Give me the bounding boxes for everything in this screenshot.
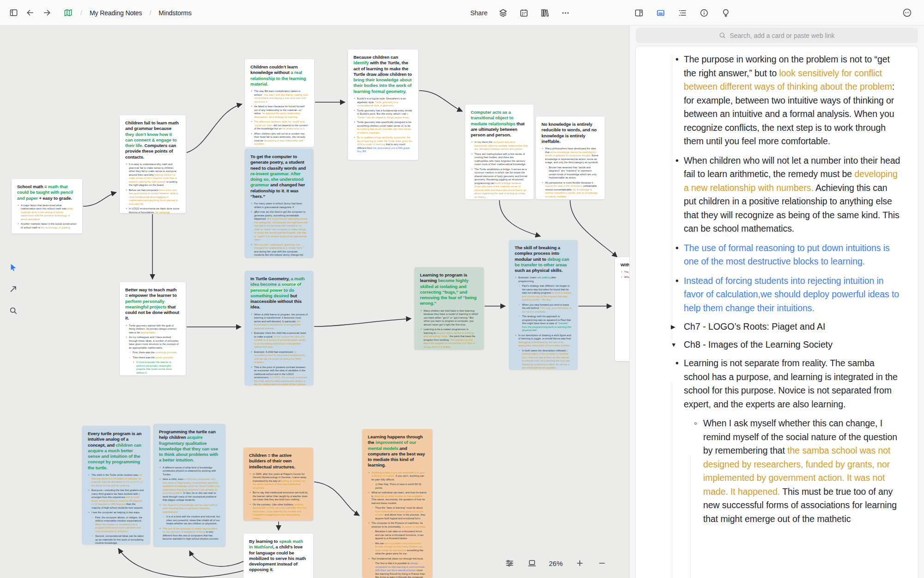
breadcrumb-current[interactable]: Mindstorms [158,9,191,17]
share-button[interactable]: Share [470,9,487,17]
text-segment: As my colleagues and I have worked throu… [129,336,179,349]
outline-section-collapsed[interactable]: ▶Ch7 - LOGO’s Roots: Piaget and AI [636,320,901,333]
lightbulb-icon[interactable] [721,8,731,18]
forward-icon[interactable] [42,8,52,18]
canvas-card-children-active-builders[interactable]: Children = the active builders of their … [243,448,313,521]
select-cursor-tool-icon[interactable] [8,262,18,272]
card-title: No knowledge is entirely reducible to wo… [541,122,599,144]
card-bullet: ‣What an individual can learn, and how h… [368,491,427,505]
card-bullet: ‣Turtle geometry started with the goal o… [125,324,180,335]
canvas-card-in-turtle-geometry[interactable]: In Turtle Geometry, a math idea become a… [245,271,313,385]
whiteboard-canvas[interactable]: School math = math that could be taught … [0,25,629,578]
canvas-card-learning-to-program[interactable]: Learning to program is learning become h… [414,267,484,350]
canvas-card-because-children[interactable]: Because children can identify with the T… [348,49,418,160]
card-title: Because children can identify with the T… [353,55,413,94]
breadcrumb-root[interactable]: My Reading Notes [90,9,142,17]
outline-bullet[interactable]: •Instead of forcing students into reject… [636,274,901,315]
card-bullet: ‣He failed to learn because he forced hi… [250,105,309,119]
bullet-text: The Turtle establishes a bridge. It serv… [474,168,527,198]
canvas-card-computer-acts[interactable]: Computer acts as a transitional object t… [465,105,534,199]
bullet-text: This is the point of greatest contrast b… [254,366,308,385]
zoom-level[interactable]: 26% [549,560,563,567]
zoom-out-icon[interactable] [597,558,607,568]
reading-notes-outline[interactable]: •The purpose in working on the problem i… [635,46,918,578]
panel-more-icon[interactable] [902,8,912,18]
canvas-card-learning-happens-models[interactable]: Learning happens through the improvement… [362,429,432,578]
card-bullet: ‣The… [620,271,629,274]
breadcrumb-separator: / [149,9,151,17]
text-segment: This raises, recursively, the question o… [371,498,425,504]
info-icon[interactable] [699,8,709,18]
text-segment: Example: A child had experienced [254,350,294,353]
disclosure-triangle-icon[interactable]: ▶ [671,321,675,333]
canvas-card-clipped-card-right-edge[interactable]: With expe…‣The…‣Whe… [615,257,629,361]
connector-arrow-tool-icon[interactable] [8,284,18,294]
card-title: With expe… [620,262,629,268]
bullet-text: The fragment of knowledge can be used wi… [163,504,218,513]
canvas-card-by-learning-mathland[interactable]: By learning to speak math in Mathland, a… [243,534,313,578]
present-laptop-icon[interactable] [527,558,537,568]
canvas-card-to-get-computer[interactable]: To get the computer to generate poetry, … [245,149,313,258]
calendar-icon[interactable] [519,8,529,18]
card-bullet: ‣In our description of drawing a stick f… [515,334,572,348]
card-bullet: ‣The way Bill learn multiplication table… [250,90,309,104]
bullet-marker: ◦ [372,530,373,534]
back-icon[interactable] [25,8,35,18]
text-segment: Because children can [353,55,398,60]
bullet-marker: ‣ [126,207,127,211]
outline-bullet[interactable]: •The purpose in working on the problem i… [636,53,901,148]
library-icon[interactable] [540,8,550,18]
bullet-marker: ◦ [519,349,520,353]
canvas-card-children-couldnt[interactable]: Children couldn’t learn knowledge withou… [245,59,314,147]
bullet-text: By its qualities of ego and body syntoni… [357,136,412,153]
card-title: To get the computer to generate poetry, … [250,154,308,199]
outline-bullet[interactable]: ◦When I ask myself whether this can chan… [636,417,901,526]
bullet-marker: ◦ [519,303,520,307]
card-title: Programming the turtle can help children… [159,429,220,463]
canvas-card-every-turtle[interactable]: Every turtle program is an intuitive ana… [82,426,150,544]
text-segment: Here a child, even [163,478,184,480]
text-segment: The use of formal reasoning to put down … [684,243,890,267]
text-segment: and during her year with the computer, i… [254,250,304,258]
search-placeholder: Search, add a card or paste web link [729,32,834,39]
card-title: The skill of breaking a complex process … [515,245,572,273]
bullet-marker: ‣ [368,522,370,525]
canvas-card-no-knowledge[interactable]: No knowledge is entirely reducible to wo… [536,117,605,199]
layers-icon[interactable] [498,8,508,18]
card-title: Children fail to learn math and grammar … [125,120,180,160]
search-canvas-tool-icon[interactable] [8,306,18,316]
card-view-icon-active[interactable] [656,8,666,18]
search-input[interactable]: Search, add a card or paste web link [636,28,918,43]
outline-bullet[interactable]: •When children who will not let a number… [636,154,901,236]
text-segment: With expe… [620,262,629,267]
outline-bullet[interactable]: •The use of formal reasoning to put down… [636,241,901,269]
canvas-card-skill-of-breaking[interactable]: The skill of breaking a complex process … [509,240,578,369]
outline-list-icon[interactable] [677,8,687,18]
card-title: School math = math that could be taught … [17,184,77,201]
text-segment: In both cases the description reflected [522,349,566,352]
canvas-card-programming-the-turtle[interactable]: Programming the turtle can help children… [153,424,225,547]
more-options-icon[interactable] [560,8,571,18]
zoom-in-icon[interactable] [575,558,585,568]
bullet-text: gBut now, as she tried to get the comput… [254,210,308,241]
disclosure-triangle-icon[interactable]: ▼ [671,339,676,351]
canvas-card-children-fail[interactable]: Children fail to learn math and grammar … [120,115,186,213]
text-segment: identify [353,60,369,65]
text-segment: Turtle geometry has a fundamental entity… [357,109,412,116]
card-bullet: ‣My perspective is more flexible because… [541,181,599,199]
display-settings-icon[interactable] [505,558,515,568]
card-bullet: ◦Paul’s strategy was different. He began… [515,284,572,302]
canvas-card-school-math[interactable]: School math = math that could be taught … [12,179,82,234]
outline-section-expanded[interactable]: ▼Ch8 - Images of the Learning Society [636,338,901,351]
card-bullet: ◦In both cases the description reflected… [515,349,572,369]
split-view-icon[interactable] [634,8,644,18]
bullet-marker: ◦ [694,417,697,430]
canvas-card-better-way[interactable]: Better way to teach math = empower the l… [120,282,186,375]
text-segment: School math = [17,184,48,189]
sidebar-toggle-icon[interactable] [8,8,18,18]
bullet-text: When you step forward you tend to leave … [522,303,571,313]
bullet-text: Another mathetic factor in the social co… [21,222,77,229]
outline-bullet[interactable]: •Learning is not separate from reality. … [636,357,901,411]
text-segment: . [173,356,174,359]
bullet-text: She not only “understood” grammar, she c… [254,243,304,258]
